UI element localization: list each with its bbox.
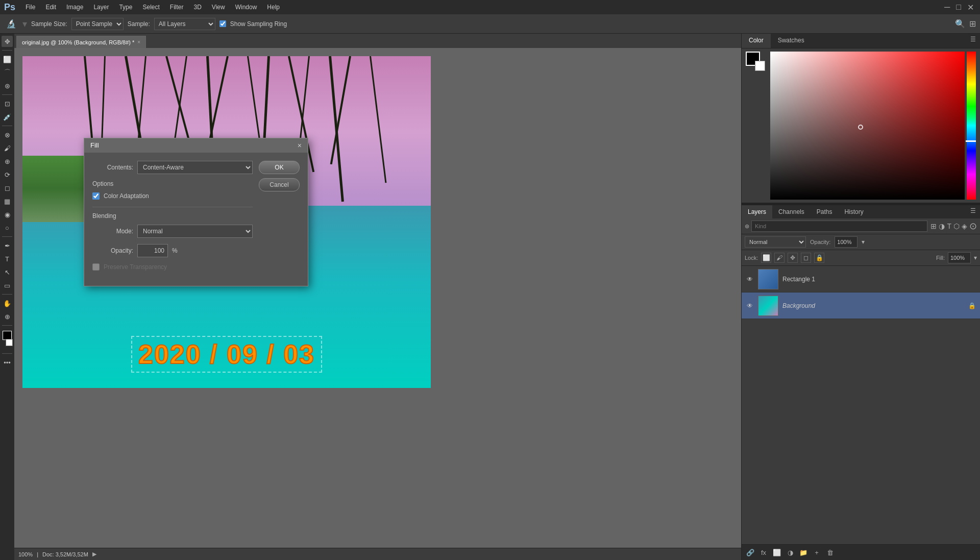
blur-icon[interactable]: ◉ — [2, 209, 13, 220]
lock-transparent-icon[interactable]: ⬜ — [761, 253, 771, 263]
add-fx-icon[interactable]: fx — [758, 547, 769, 558]
fill-cancel-button[interactable]: Cancel — [259, 178, 300, 191]
rectangular-marquee-tool-icon[interactable]: ⬜ — [2, 54, 13, 65]
color-panel-content — [742, 48, 980, 203]
fill-ok-button[interactable]: OK — [259, 161, 300, 174]
gradient-icon[interactable]: ▦ — [2, 196, 13, 207]
fill-value-input[interactable] — [948, 252, 971, 263]
dodge-icon[interactable]: ○ — [2, 222, 13, 233]
sample-select[interactable]: All Layers — [154, 18, 215, 30]
layer-visibility-rectangle[interactable]: 👁 — [746, 275, 754, 283]
fill-dialog-body: Contents: Content-Aware Options Color — [84, 153, 308, 286]
new-layer-icon[interactable]: + — [811, 547, 822, 558]
layers-filter-smart-icon[interactable]: ◈ — [962, 222, 967, 230]
show-sampling-ring-checkbox[interactable] — [219, 20, 226, 27]
crop-tool-icon[interactable]: ⊡ — [2, 98, 13, 109]
layers-filter-pixel-icon[interactable]: ⊞ — [930, 222, 937, 230]
maximize-button[interactable]: □ — [954, 3, 963, 12]
adjustment-layer-icon[interactable]: ◑ — [785, 547, 796, 558]
spot-healing-icon[interactable]: ⊗ — [2, 129, 13, 140]
lasso-tool-icon[interactable]: ⌒ — [2, 67, 13, 78]
minimize-button[interactable]: ─ — [942, 3, 952, 12]
layers-filter-shape-icon[interactable]: ⬡ — [953, 222, 960, 230]
left-toolbar: ✥ ⬜ ⌒ ⊛ ⊡ 💉 ⊗ 🖌 ⊕ ⟳ ◻ ▦ ◉ ○ ✒ T ↖ ▭ ✋ ⊕ … — [0, 34, 14, 560]
canvas-content[interactable]: 2020 / 09 / 03 Fill × Contents: — [14, 48, 741, 548]
more-tools-icon[interactable]: ••• — [2, 357, 13, 368]
menu-3d[interactable]: 3D — [190, 3, 206, 12]
add-mask-icon[interactable]: ⬜ — [771, 547, 782, 558]
color-adaptation-checkbox[interactable] — [92, 192, 100, 200]
main-layout: ✥ ⬜ ⌒ ⊛ ⊡ 💉 ⊗ 🖌 ⊕ ⟳ ◻ ▦ ◉ ○ ✒ T ↖ ▭ ✋ ⊕ … — [0, 34, 980, 560]
move-tool-icon[interactable]: ✥ — [2, 36, 13, 47]
eyedropper-tool-icon[interactable]: 🔬 — [4, 18, 18, 30]
layers-panel-menu-icon[interactable]: ☰ — [966, 205, 980, 218]
background-color-swatch[interactable] — [6, 339, 13, 346]
history-brush-icon[interactable]: ⟳ — [2, 169, 13, 180]
layer-item-rectangle[interactable]: 👁 Rectangle 1 — [742, 266, 980, 293]
arrange-icon[interactable]: ⊞ — [969, 19, 976, 29]
menu-window[interactable]: Window — [231, 3, 261, 12]
menu-filter[interactable]: Filter — [166, 3, 188, 12]
layers-filter-toggle-icon[interactable]: ⊙ — [969, 221, 977, 232]
opacity-input[interactable] — [137, 244, 168, 257]
status-expand-arrow[interactable]: ▶ — [92, 551, 96, 557]
layers-filter-adjustment-icon[interactable]: ◑ — [939, 222, 945, 230]
menu-help[interactable]: Help — [263, 3, 284, 12]
menu-type[interactable]: Type — [115, 3, 136, 12]
eyedropper-icon[interactable]: 💉 — [2, 111, 13, 123]
eraser-icon[interactable]: ◻ — [2, 182, 13, 193]
layers-tab[interactable]: Layers — [742, 205, 772, 218]
add-link-icon[interactable]: 🔗 — [745, 547, 756, 558]
brush-tool-icon[interactable]: 🖌 — [2, 142, 13, 154]
color-panel-menu-icon[interactable]: ☰ — [966, 34, 980, 48]
contents-select[interactable]: Content-Aware — [137, 161, 253, 174]
hue-strip[interactable] — [967, 52, 976, 200]
mode-select[interactable]: Normal — [137, 225, 253, 238]
menu-view[interactable]: View — [208, 3, 229, 12]
menu-select[interactable]: Select — [138, 3, 163, 12]
fill-dialog-close-button[interactable]: × — [298, 141, 302, 150]
layer-visibility-background[interactable]: 👁 — [746, 302, 754, 310]
lock-artboard-icon[interactable]: ◻ — [801, 253, 811, 263]
color-gradient-container[interactable] — [770, 52, 976, 200]
menu-image[interactable]: Image — [62, 3, 87, 12]
lock-all-icon[interactable]: 🔒 — [814, 253, 824, 263]
fill-dialog-header[interactable]: Fill × — [84, 138, 308, 153]
history-tab[interactable]: History — [838, 205, 869, 218]
path-selection-icon[interactable]: ↖ — [2, 266, 13, 278]
color-tab[interactable]: Color — [742, 34, 771, 48]
text-tool-icon[interactable]: T — [2, 253, 13, 264]
close-button[interactable]: ✕ — [965, 3, 976, 12]
delete-layer-icon[interactable]: 🗑 — [824, 547, 836, 558]
tab-close-button[interactable]: × — [137, 39, 140, 45]
quick-select-tool-icon[interactable]: ⊛ — [2, 80, 13, 91]
opacity-input[interactable] — [835, 236, 857, 248]
fill-dropdown-icon[interactable]: ▾ — [974, 254, 977, 261]
tab-bar: original.jpg @ 100% (Background, RGB/8#)… — [14, 34, 741, 48]
lock-pixels-icon[interactable]: 🖌 — [774, 253, 785, 263]
layer-mode-select[interactable]: Normal — [745, 236, 806, 248]
pen-tool-icon[interactable]: ✒ — [2, 240, 13, 251]
color-gradient-box[interactable] — [770, 52, 976, 200]
preserve-transparency-checkbox[interactable] — [92, 263, 100, 271]
sample-size-select[interactable]: Point Sample — [71, 18, 124, 30]
background-color-picker[interactable] — [755, 61, 765, 71]
swatches-tab[interactable]: Swatches — [771, 34, 812, 48]
opacity-dropdown-icon[interactable]: ▾ — [862, 238, 865, 246]
paths-tab[interactable]: Paths — [811, 205, 839, 218]
menu-file[interactable]: File — [21, 3, 39, 12]
layer-item-background[interactable]: 👁 Background 🔒 — [742, 293, 980, 319]
clone-stamp-icon[interactable]: ⊕ — [2, 156, 13, 167]
layers-filter-type-icon[interactable]: T — [947, 222, 951, 230]
lock-position-icon[interactable]: ✥ — [788, 253, 798, 263]
menu-layer[interactable]: Layer — [89, 3, 113, 12]
group-layers-icon[interactable]: 📁 — [798, 547, 809, 558]
menu-edit[interactable]: Edit — [41, 3, 60, 12]
hand-tool-icon[interactable]: ✋ — [2, 298, 13, 309]
search-icon[interactable]: 🔍 — [955, 19, 965, 29]
rectangle-shape-icon[interactable]: ▭ — [2, 280, 13, 291]
zoom-tool-icon[interactable]: ⊕ — [2, 311, 13, 322]
document-tab[interactable]: original.jpg @ 100% (Background, RGB/8#)… — [16, 36, 146, 48]
channels-tab[interactable]: Channels — [772, 205, 811, 218]
layers-search-input[interactable] — [751, 221, 927, 232]
